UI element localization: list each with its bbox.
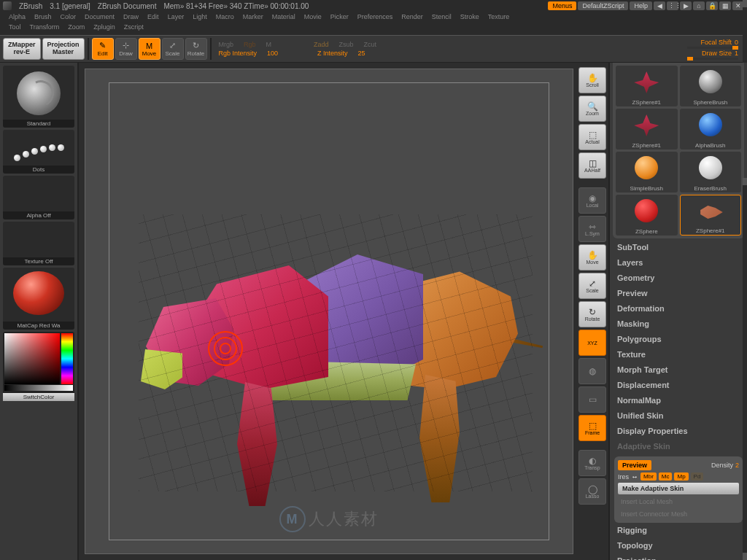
tool-simplebrush[interactable]: SimpleBrush: [616, 152, 678, 192]
color-sv-field[interactable]: [4, 333, 60, 384]
default-zscript-button[interactable]: DefaultZScript: [578, 1, 628, 10]
mbr-button[interactable]: Mbr: [640, 472, 657, 481]
focal-shift-value[interactable]: 0: [735, 39, 738, 46]
insert-local-mesh[interactable]: Insert Local Mesh: [618, 497, 739, 507]
menu-preferences[interactable]: Preferences: [357, 13, 393, 22]
draw-size-slider[interactable]: [687, 58, 738, 60]
menu-edit[interactable]: Edit: [147, 13, 159, 22]
menu-draw[interactable]: Draw: [123, 13, 139, 22]
stroke-selector[interactable]: Dots: [3, 130, 74, 174]
menu-alpha[interactable]: Alpha: [9, 13, 26, 22]
draw-mode-button[interactable]: ⊹Draw: [115, 38, 137, 60]
palette-masking[interactable]: Masking: [617, 319, 740, 328]
transp-button[interactable]: ◐Transp: [578, 450, 606, 476]
menu-document[interactable]: Document: [85, 13, 115, 22]
palette-rigging[interactable]: Rigging: [617, 526, 740, 534]
palette-polygroups[interactable]: Polygroups: [617, 335, 740, 343]
rotate-mode-button[interactable]: ↻Rotate: [185, 38, 207, 60]
zcut-toggle[interactable]: Zcut: [364, 41, 377, 48]
collapse-left-icon[interactable]: ◀: [654, 1, 665, 10]
projection-master-button[interactable]: Projection Master: [42, 38, 85, 60]
palette-displacement[interactable]: Displacement: [617, 381, 740, 389]
tool-eraserbrush[interactable]: EraserBrush: [680, 152, 742, 192]
zmapper-button[interactable]: ZMapper rev-E: [3, 38, 41, 60]
menu-zplugin[interactable]: Zplugin: [93, 23, 115, 34]
persp-button[interactable]: ◍: [578, 358, 606, 384]
draw-size-value[interactable]: 1: [735, 50, 738, 57]
scroll-button[interactable]: ✋Scroll: [578, 67, 606, 93]
tool-zsphere1[interactable]: ZSphere#1: [616, 66, 678, 106]
menu-texture[interactable]: Texture: [488, 13, 510, 22]
menu-tool[interactable]: Tool: [9, 23, 21, 34]
focal-shift-slider[interactable]: [687, 47, 738, 49]
preview-button[interactable]: Preview: [618, 460, 651, 470]
ires-label[interactable]: Ires: [618, 473, 629, 481]
color-hue-strip[interactable]: [61, 333, 73, 384]
rgb-intensity-value[interactable]: 100: [267, 50, 278, 57]
menu-marker[interactable]: Marker: [243, 13, 263, 22]
palette-texture[interactable]: Texture: [617, 350, 740, 359]
menu-material[interactable]: Material: [272, 13, 295, 22]
tool-zsphere1-selected[interactable]: ZSphere#1: [680, 195, 742, 236]
palette-normalmap[interactable]: NormalMap: [617, 396, 740, 405]
color-picker[interactable]: SwitchColor: [3, 332, 74, 401]
menu-stencil[interactable]: Stencil: [432, 13, 452, 22]
z-intensity-value[interactable]: 25: [358, 50, 365, 57]
material-selector[interactable]: MatCap Red Wa: [3, 268, 74, 330]
grid-icon[interactable]: ▦: [719, 1, 731, 10]
color-value-strip[interactable]: [4, 385, 73, 391]
tool-spherebrush[interactable]: SphereBrush: [680, 66, 742, 106]
density-value[interactable]: 2: [735, 462, 739, 469]
palette-preview[interactable]: Preview: [617, 289, 740, 298]
move-view-button[interactable]: ✋Move: [578, 244, 606, 271]
move-mode-button[interactable]: MMove: [139, 38, 160, 60]
menu-transform[interactable]: Transform: [30, 23, 60, 34]
edit-mode-button[interactable]: ✎Edit: [92, 38, 114, 60]
palette-geometry[interactable]: Geometry: [617, 273, 740, 282]
switchcolor-button[interactable]: SwitchColor: [3, 393, 74, 401]
menus-button[interactable]: Menus: [548, 1, 576, 10]
tool-alphabrush[interactable]: AlphaBrush: [680, 109, 742, 149]
menu-zscript[interactable]: Zscript: [124, 23, 144, 34]
palette-morphtarget[interactable]: Morph Target: [617, 365, 740, 374]
menu-zoom[interactable]: Zoom: [68, 23, 85, 34]
palette-deformation[interactable]: Deformation: [617, 304, 740, 313]
mrgb-toggle[interactable]: Mrgb: [219, 41, 234, 48]
make-adaptive-skin-button[interactable]: Make Adaptive Skin: [618, 483, 739, 494]
mc-button[interactable]: Mc: [659, 472, 673, 481]
palette-layers[interactable]: Layers: [617, 258, 740, 267]
home-icon[interactable]: ⌂: [693, 1, 705, 10]
palette-adaptiveskin[interactable]: Adaptive Skin: [617, 442, 740, 451]
frame-button[interactable]: ⬚Frame: [578, 415, 606, 441]
zsub-toggle[interactable]: Zsub: [339, 41, 354, 48]
aahalf-button[interactable]: ◫AAHalf: [578, 152, 606, 179]
menu-stroke[interactable]: Stroke: [460, 13, 479, 22]
tool-zsphere1b[interactable]: ZSphere#1: [616, 109, 678, 149]
xyz-button[interactable]: XYZ: [578, 330, 606, 356]
texture-selector[interactable]: Texture Off: [3, 222, 74, 265]
menu-macro[interactable]: Macro: [216, 13, 234, 22]
pd-button[interactable]: Pd: [691, 472, 704, 481]
menu-movie[interactable]: Movie: [304, 13, 322, 22]
menu-brush[interactable]: Brush: [34, 13, 52, 22]
scale-view-button[interactable]: ⤢Scale: [578, 273, 606, 299]
lasso-button[interactable]: ◯Lasso: [578, 478, 606, 505]
menu-layer[interactable]: Layer: [168, 13, 185, 22]
mp-button[interactable]: Mp: [674, 472, 688, 481]
right-panel-scrollbar[interactable]: [743, 178, 747, 560]
scale-mode-button[interactable]: ⤢Scale: [162, 38, 184, 60]
brush-selector[interactable]: Standard: [3, 66, 74, 128]
divider-icon[interactable]: ⋮⋮: [667, 1, 678, 10]
menu-render[interactable]: Render: [401, 13, 423, 22]
palette-unifiedskin[interactable]: Unified Skin: [617, 411, 740, 420]
help-button[interactable]: Help: [630, 1, 652, 10]
zadd-toggle[interactable]: Zadd: [314, 41, 329, 48]
menu-picker[interactable]: Picker: [330, 13, 349, 22]
zoom-button[interactable]: 🔍Zoom: [578, 96, 606, 122]
document-canvas[interactable]: M 人人素材: [85, 69, 573, 554]
menu-color[interactable]: Color: [61, 13, 77, 22]
palette-displayprops[interactable]: Display Properties: [617, 427, 740, 435]
m-toggle[interactable]: M: [266, 41, 272, 48]
lock-icon[interactable]: 🔒: [706, 1, 718, 10]
palette-topology[interactable]: Topology: [617, 541, 740, 550]
